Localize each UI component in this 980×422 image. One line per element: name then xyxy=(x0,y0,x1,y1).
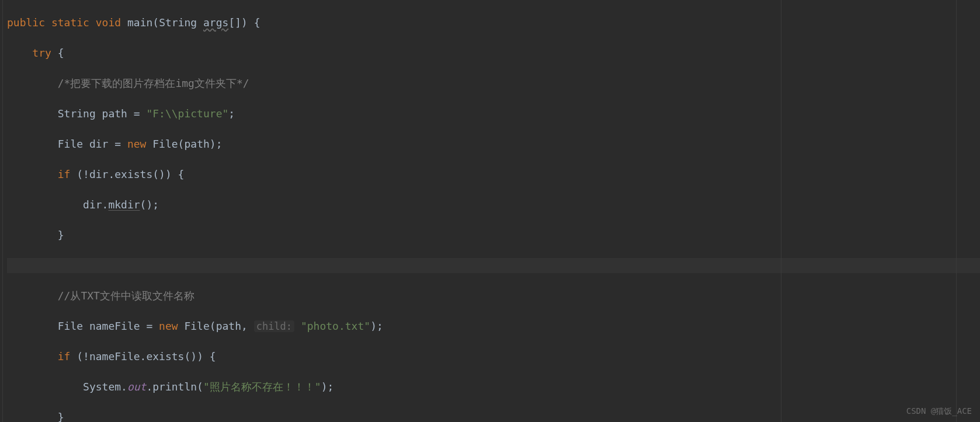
code-line[interactable]: } xyxy=(7,228,980,243)
code-editor[interactable]: public static void main(String args[]) {… xyxy=(0,0,980,422)
code-line[interactable]: System.out.println("照片名称不存在！！！"); xyxy=(7,379,980,395)
gutter-border xyxy=(2,0,3,422)
code-line[interactable]: File nameFile = new File(path, child: "p… xyxy=(7,319,980,334)
param-hint: child: xyxy=(254,320,294,332)
right-margin-guide-2 xyxy=(956,0,957,422)
code-line[interactable]: String path = "F:\\picture"; xyxy=(7,106,980,121)
code-line[interactable]: if (!nameFile.exists()) { xyxy=(7,349,980,364)
code-line[interactable]: try { xyxy=(7,46,980,61)
right-margin-guide xyxy=(781,0,781,422)
code-block[interactable]: public static void main(String args[]) {… xyxy=(0,0,980,422)
code-line[interactable]: dir.mkdir(); xyxy=(7,197,980,212)
code-line[interactable]: public static void main(String args[]) { xyxy=(7,15,980,30)
code-line[interactable] xyxy=(7,258,980,273)
code-line[interactable]: } xyxy=(7,410,980,422)
code-line[interactable]: if (!dir.exists()) { xyxy=(7,167,980,182)
watermark-text: CSDN @猫饭_ACE xyxy=(906,403,972,418)
code-line[interactable]: /*把要下载的图片存档在img文件夹下*/ xyxy=(7,76,980,91)
code-line[interactable]: //从TXT文件中读取文件名称 xyxy=(7,288,980,304)
code-line[interactable]: File dir = new File(path); xyxy=(7,137,980,152)
